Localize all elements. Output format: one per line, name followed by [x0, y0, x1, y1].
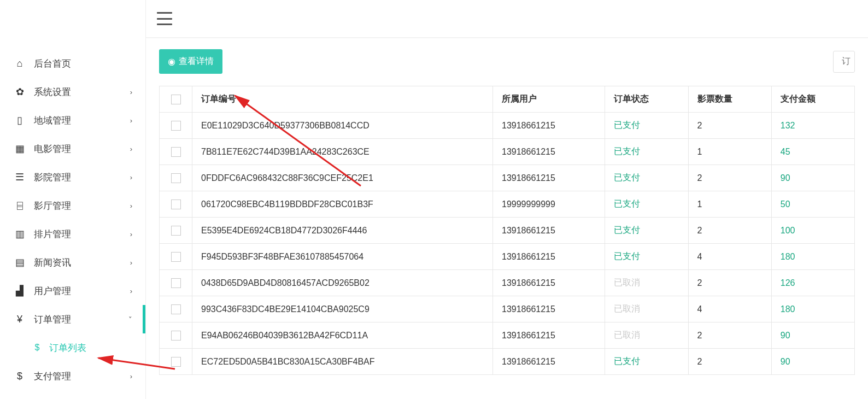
cell-status: 已支付 — [605, 191, 688, 218]
checkbox-icon[interactable] — [171, 147, 181, 157]
chevron-right-icon: › — [130, 372, 132, 380]
sidebar-item-label: 影厅管理 — [34, 200, 130, 212]
row-select-cell[interactable] — [160, 322, 192, 349]
row-select-cell[interactable] — [160, 270, 192, 296]
amount-text: 132 — [781, 121, 795, 130]
row-select-cell[interactable] — [160, 349, 192, 375]
sidebar-item-5[interactable]: ⌸影厅管理› — [0, 191, 145, 220]
sidebar-item-3[interactable]: ▦电影管理› — [0, 134, 145, 163]
cell-order-no: 0FDDFC6AC968432C88F36C9CEF25C2E1 — [192, 165, 493, 191]
chevron-right-icon: › — [130, 287, 132, 295]
table-row[interactable]: 993C436F83DC4BE29E14104CBA9025C913918661… — [160, 296, 855, 322]
row-select-cell[interactable] — [160, 139, 192, 165]
sidebar: ⌂后台首页✿系统设置›▯地域管理›▦电影管理›☰影院管理›⌸影厅管理›▥排片管理… — [0, 0, 146, 399]
sidebar-item-label: 支付管理 — [34, 370, 130, 383]
menu-toggle-icon[interactable] — [157, 12, 172, 25]
cell-qty: 2 — [688, 165, 771, 191]
row-select-cell[interactable] — [160, 244, 192, 270]
table-row[interactable]: E0E11029D3C640D59377306BB0814CCD13918661… — [160, 113, 855, 139]
sidebar-item-7[interactable]: ▤新闻资讯› — [0, 248, 145, 277]
sidebar-item-8[interactable]: ▟用户管理› — [0, 277, 145, 305]
cell-amount: 100 — [771, 218, 854, 244]
amount-text: 180 — [781, 304, 795, 314]
gear-icon: ✿ — [13, 86, 26, 98]
table-row[interactable]: F945D593BF3F48BFAE3610788545706413918661… — [160, 244, 855, 270]
cell-amount: 50 — [771, 191, 854, 218]
cell-status: 已支付 — [605, 113, 688, 139]
sidebar-item-9[interactable]: ¥订单管理˅ — [0, 305, 145, 333]
row-select-cell[interactable] — [160, 296, 192, 322]
sidebar-item-2[interactable]: ▯地域管理› — [0, 106, 145, 134]
status-text: 已支付 — [614, 120, 640, 130]
sidebar-item-1[interactable]: ✿系统设置› — [0, 78, 145, 106]
table-row[interactable]: 061720C98EBC4B119BDBDF28CBC01B3F19999999… — [160, 191, 855, 218]
cell-amount: 132 — [771, 113, 854, 139]
cell-order-no: 993C436F83DC4BE29E14104CBA9025C9 — [192, 296, 493, 322]
row-select-cell[interactable] — [160, 191, 192, 218]
row-select-cell[interactable] — [160, 218, 192, 244]
status-text: 已取消 — [614, 330, 640, 339]
hall-icon: ⌸ — [13, 200, 26, 212]
table-row[interactable]: EC72ED5D0A5B41BC830A15CA30BF4BAF13918661… — [160, 349, 855, 375]
amount-text: 90 — [781, 357, 790, 366]
dollar-icon: $ — [13, 371, 26, 382]
cell-amount: 180 — [771, 296, 854, 322]
col-user: 所属用户 — [493, 86, 605, 113]
cell-order-no: E94AB06246B04039B3612BA42F6CD11A — [192, 322, 493, 349]
cell-status: 已取消 — [605, 296, 688, 322]
topbar — [146, 0, 868, 38]
cell-amount: 45 — [771, 139, 854, 165]
cell-amount: 180 — [771, 244, 854, 270]
col-status: 订单状态 — [605, 86, 688, 113]
checkbox-icon[interactable] — [171, 173, 181, 183]
table-row[interactable]: 7B811E7E62C744D39B1AA24283C263CE13918661… — [160, 139, 855, 165]
select-all-header[interactable] — [160, 86, 192, 113]
dollar-icon: $ — [31, 343, 44, 353]
checkbox-icon[interactable] — [171, 278, 181, 288]
table-row[interactable]: 0FDDFC6AC968432C88F36C9CEF25C2E113918661… — [160, 165, 855, 191]
sidebar-item-label: 新闻资讯 — [34, 256, 130, 269]
row-select-cell[interactable] — [160, 165, 192, 191]
checkbox-icon[interactable] — [171, 252, 181, 262]
cell-user: 13918661215 — [493, 218, 605, 244]
amount-text: 90 — [781, 173, 790, 183]
table-row[interactable]: E5395E4DE6924CB18D4772D3026F444613918661… — [160, 218, 855, 244]
amount-text: 126 — [781, 278, 795, 287]
checkbox-icon[interactable] — [171, 95, 181, 104]
search-input[interactable]: 订 — [833, 51, 855, 73]
sidebar-item-0[interactable]: ⌂后台首页 — [0, 49, 145, 78]
checkbox-icon[interactable] — [171, 357, 181, 367]
checkbox-icon[interactable] — [171, 121, 181, 131]
status-text: 已支付 — [614, 356, 640, 366]
amount-text: 45 — [781, 147, 790, 156]
sidebar-item-label: 地域管理 — [34, 114, 130, 127]
news-icon: ▤ — [13, 256, 26, 268]
table-row[interactable]: E94AB06246B04039B3612BA42F6CD11A13918661… — [160, 322, 855, 349]
chevron-right-icon: › — [130, 173, 132, 181]
checkbox-icon[interactable] — [171, 226, 181, 236]
sidebar-subitem-9-0[interactable]: $订单列表 — [0, 333, 145, 362]
checkbox-icon[interactable] — [171, 331, 181, 341]
cell-qty: 2 — [688, 218, 771, 244]
cell-user: 19999999999 — [493, 191, 605, 218]
sidebar-item-label: 后台首页 — [34, 57, 132, 70]
users-icon: ▟ — [13, 285, 26, 297]
cell-amount: 126 — [771, 270, 854, 296]
checkbox-icon[interactable] — [171, 200, 181, 209]
sidebar-item-10[interactable]: $支付管理› — [0, 362, 145, 390]
content: ◉ 查看详情 订 订单编号 所属用户 订单状态 影票数量 支付金额 — [146, 38, 868, 399]
sidebar-item-4[interactable]: ☰影院管理› — [0, 163, 145, 191]
chevron-right-icon: › — [130, 259, 132, 267]
cell-status: 已支付 — [605, 349, 688, 375]
table-row[interactable]: 0438D65D9ABD4D80816457ACD9265B0213918661… — [160, 270, 855, 296]
view-detail-button[interactable]: ◉ 查看详情 — [159, 49, 222, 74]
chevron-right-icon: › — [130, 116, 132, 125]
amount-text: 90 — [781, 331, 790, 340]
cell-order-no: F945D593BF3F48BFAE36107885457064 — [192, 244, 493, 270]
row-select-cell[interactable] — [160, 113, 192, 139]
status-text: 已取消 — [614, 278, 640, 287]
status-text: 已支付 — [614, 173, 640, 182]
cell-user: 13918661215 — [493, 270, 605, 296]
sidebar-item-6[interactable]: ▥排片管理› — [0, 220, 145, 248]
checkbox-icon[interactable] — [171, 304, 181, 314]
